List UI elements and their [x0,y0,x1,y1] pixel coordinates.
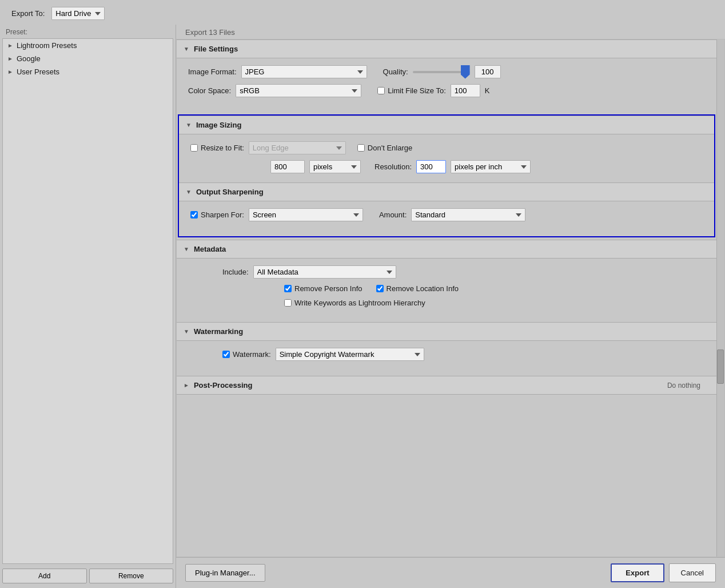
image-sizing-body: Resize to Fit: Long Edge Don't Enlarge [179,134,714,182]
sharpen-for-row: Sharpen For: Screen Amount: Standard [190,208,703,221]
image-format-select[interactable]: JPEG [241,65,367,78]
dont-enlarge-checkbox[interactable] [357,144,365,152]
plugin-manager-button[interactable]: Plug-in Manager... [185,564,265,582]
export-dialog: Export To: Hard Drive Preset: ► Lightroo… [0,0,725,588]
scrollbar-track[interactable] [716,39,724,557]
add-button[interactable]: Add [2,569,87,583]
post-processing-header[interactable]: ► Post-Processing Do nothing [177,376,716,395]
file-settings-body: Image Format: JPEG Quality: [177,58,716,112]
image-sizing-title: Image Sizing [196,121,241,129]
size-value-input[interactable] [270,160,305,173]
resize-to-fit-checkbox[interactable] [190,144,198,152]
section-expand-arrow-icon: ► [184,382,189,388]
watermark-label: Watermark: [233,350,271,359]
sidebar-item-label: Lightroom Presets [17,41,77,50]
remove-location-info-text: Remove Location Info [387,284,459,293]
output-sharpening-section: ▼ Output Sharpening Sharpen For: [179,182,714,236]
remove-person-info-label[interactable]: Remove Person Info [284,284,362,293]
amount-select[interactable]: Standard [411,208,525,221]
sidebar-list: ► Lightroom Presets ► Google ► User Pres… [2,38,173,564]
resize-to-fit-checkbox-label[interactable]: Resize to Fit: [190,144,244,152]
metadata-section: ▼ Metadata Include: All Metadata [177,240,716,322]
expand-arrow-icon: ► [7,55,13,62]
watermark-checkbox-label[interactable]: Watermark: [222,350,271,359]
quality-slider-container [413,65,501,78]
sidebar-item-user-presets[interactable]: ► User Presets [3,65,173,78]
post-processing-section: ► Post-Processing Do nothing [177,376,716,395]
image-format-row: Image Format: JPEG Quality: [188,65,705,78]
expand-arrow-icon: ► [7,42,13,49]
color-space-row: Color Space: sRGB Limit File Size To: K [188,84,705,97]
metadata-body: Include: All Metadata Remove Person Info [177,259,716,322]
watermarking-body: Watermark: Simple Copyright Watermark [177,341,716,376]
dont-enlarge-checkbox-label[interactable]: Don't Enlarge [357,144,412,152]
watermark-checkbox[interactable] [222,351,230,358]
watermark-select[interactable]: Simple Copyright Watermark [276,348,424,361]
sharpen-for-checkbox[interactable] [190,211,198,218]
sidebar-item-lightroom-presets[interactable]: ► Lightroom Presets [3,39,173,52]
footer-right: Export Cancel [611,563,716,582]
dialog-footer: Plug-in Manager... Export Cancel [176,557,725,588]
image-format-label: Image Format: [188,67,237,76]
include-select[interactable]: All Metadata [253,265,396,279]
post-processing-value: Do nothing [667,382,710,390]
limit-file-size-checkbox-label[interactable]: Limit File Size To: [377,86,446,95]
sidebar-item-label: Google [17,54,41,63]
output-sharpening-body: Sharpen For: Screen Amount: Standard [179,201,714,236]
sidebar-item-label: User Presets [17,67,59,76]
size-unit-select[interactable]: pixels [309,160,361,173]
section-collapse-arrow-icon: ▼ [186,189,192,195]
sizing-row2: pixels Resolution: pixels per inch [270,160,703,173]
resolution-value-input[interactable] [416,160,446,173]
remove-location-info-label[interactable]: Remove Location Info [376,284,459,293]
write-keywords-checkbox[interactable] [284,299,292,307]
scrollbar-thumb[interactable] [717,349,724,384]
export-to-select[interactable]: Hard Drive [51,7,105,20]
remove-location-info-checkbox[interactable] [376,285,384,292]
sharpen-for-checkbox-label[interactable]: Sharpen For: [190,210,244,219]
limit-file-size-label: Limit File Size To: [388,86,446,95]
image-sizing-header[interactable]: ▼ Image Sizing [179,116,714,134]
limit-file-size-input[interactable] [451,84,480,97]
color-space-label: Color Space: [188,86,231,95]
sidebar: Preset: ► Lightroom Presets ► Google ► U… [0,25,176,588]
cancel-button[interactable]: Cancel [669,563,716,582]
expand-arrow-icon: ► [7,69,13,75]
color-space-select[interactable]: sRGB [236,84,361,97]
export-button[interactable]: Export [611,563,664,582]
write-keywords-checkbox-label[interactable]: Write Keywords as Lightroom Hierarchy [284,299,425,307]
post-processing-title: Post-Processing [194,381,253,390]
file-size-unit: K [485,86,490,95]
section-collapse-arrow-icon: ▼ [184,328,189,335]
limit-file-size-checkbox[interactable] [377,87,385,94]
sharpen-for-select[interactable]: Screen [249,208,363,221]
metadata-header[interactable]: ▼ Metadata [177,240,716,259]
quality-slider[interactable] [413,71,470,73]
resolution-unit-select[interactable]: pixels per inch [451,160,531,173]
resize-to-fit-label: Resize to Fit: [201,144,244,152]
sharpen-for-label: Sharpen For: [201,210,244,219]
section-collapse-arrow-icon: ▼ [186,122,192,128]
file-settings-header[interactable]: ▼ File Settings [177,39,716,58]
metadata-title: Metadata [194,245,226,253]
watermarking-section: ▼ Watermarking Watermark: Simple Copyri [177,322,716,376]
sections-container: ▼ File Settings Image Format: JPEG Quali… [177,39,724,395]
watermarking-title: Watermarking [194,327,243,336]
write-keywords-row: Write Keywords as Lightroom Hierarchy [284,299,705,307]
dont-enlarge-container: Don't Enlarge [357,144,412,152]
quality-label: Quality: [383,67,408,76]
quality-value-input[interactable] [475,65,501,78]
scroll-area[interactable]: ▼ File Settings Image Format: JPEG Quali… [176,39,725,557]
remove-person-info-checkbox[interactable] [284,285,292,292]
resize-method-select[interactable]: Long Edge [249,141,346,154]
resolution-label: Resolution: [375,162,412,171]
remove-button[interactable]: Remove [89,569,174,583]
amount-label: Amount: [379,210,407,219]
watermark-row: Watermark: Simple Copyright Watermark [188,348,705,361]
right-panel: Export 13 Files ▼ File Settings Image Fo… [176,25,725,588]
watermarking-header[interactable]: ▼ Watermarking [177,322,716,341]
output-sharpening-header[interactable]: ▼ Output Sharpening [179,182,714,201]
sidebar-item-google[interactable]: ► Google [3,52,173,65]
file-settings-section: ▼ File Settings Image Format: JPEG Quali… [177,39,716,112]
top-bar: Export To: Hard Drive [0,0,725,25]
